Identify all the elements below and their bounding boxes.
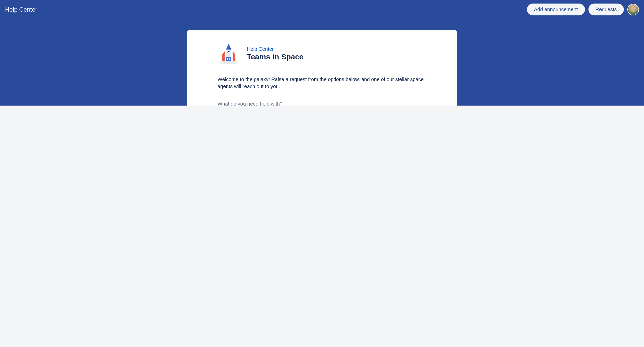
project-title: Teams in Space — [247, 53, 304, 61]
rocket-icon — [218, 42, 240, 65]
help-center-title: Help Center — [5, 6, 37, 13]
welcome-text: Welcome to the galaxy! Raise a request f… — [218, 76, 426, 90]
svg-marker-8 — [229, 44, 231, 49]
svg-rect-4 — [226, 57, 231, 61]
add-announcement-button[interactable]: Add announcement — [527, 4, 585, 15]
project-header: Help Center Teams in Space — [218, 42, 426, 65]
main-card: Help Center Teams in Space Welcome to th… — [187, 30, 457, 106]
requests-button[interactable]: Requests — [588, 4, 624, 15]
svg-marker-1 — [222, 51, 225, 61]
svg-rect-5 — [227, 58, 228, 60]
search-label: What do you need help with? — [218, 101, 426, 106]
svg-point-0 — [219, 61, 238, 64]
breadcrumb-title: Help Center Teams in Space — [247, 46, 304, 61]
avatar[interactable] — [627, 4, 639, 15]
topbar: Help Center Add announcement Requests — [0, 0, 644, 15]
svg-marker-2 — [233, 51, 235, 61]
topbar-actions: Add announcement Requests — [527, 4, 639, 15]
svg-rect-6 — [229, 58, 230, 60]
breadcrumb-link[interactable]: Help Center — [247, 46, 274, 52]
banner: Help Center Add announcement Requests — [0, 0, 644, 106]
